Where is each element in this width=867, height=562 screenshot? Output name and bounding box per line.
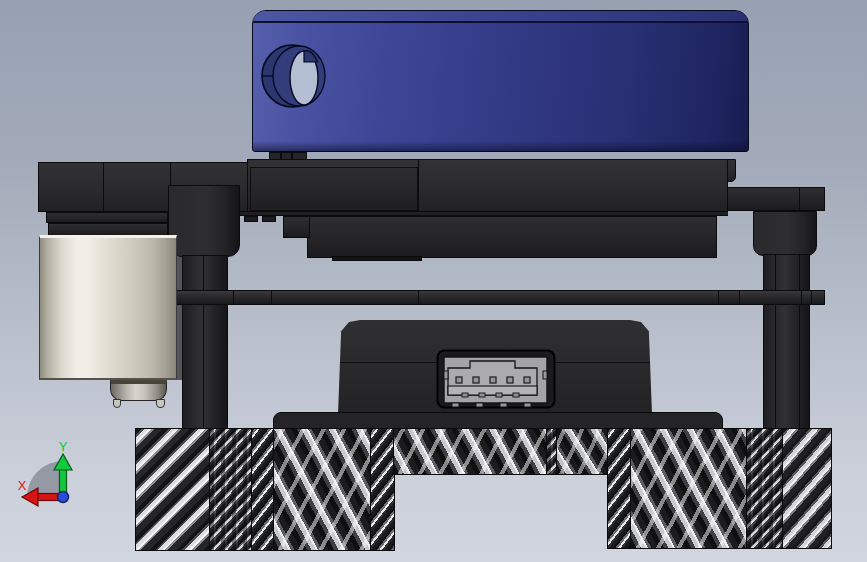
base-segment bbox=[209, 428, 253, 551]
post-seam bbox=[799, 255, 800, 428]
base-segment bbox=[556, 428, 609, 475]
base-segment bbox=[370, 428, 395, 551]
connector-pin bbox=[456, 377, 462, 383]
left-standoff-top[interactable] bbox=[168, 185, 240, 257]
triad-x-label: X bbox=[18, 478, 27, 493]
base-segment bbox=[251, 428, 275, 551]
panel-seam bbox=[799, 188, 800, 210]
right-arm[interactable] bbox=[725, 187, 825, 211]
connector-foot bbox=[452, 403, 459, 407]
bar-seam bbox=[271, 291, 272, 304]
base-segment bbox=[630, 428, 748, 549]
connector-slot bbox=[496, 393, 502, 397]
bar-seam bbox=[233, 291, 234, 304]
bar-seam bbox=[801, 291, 802, 304]
base-segment bbox=[393, 428, 548, 475]
triad-y-label: Y bbox=[59, 440, 68, 454]
rotor-top-tier[interactable] bbox=[247, 159, 728, 212]
base-segment bbox=[135, 428, 211, 551]
top-cover-bottom-shade bbox=[253, 141, 748, 151]
connector-latch-band bbox=[448, 386, 537, 395]
right-standoff-top[interactable] bbox=[753, 211, 817, 256]
optical-window[interactable] bbox=[252, 40, 336, 116]
connector-slot bbox=[462, 393, 468, 397]
motor-body[interactable] bbox=[39, 235, 177, 380]
base-plate[interactable] bbox=[135, 428, 830, 550]
hub-step-block bbox=[283, 216, 310, 238]
jst-connector[interactable] bbox=[436, 349, 556, 411]
bar-seam bbox=[739, 291, 740, 304]
rotor-lower-lip bbox=[332, 256, 422, 261]
post-seam bbox=[203, 256, 204, 428]
base-segment bbox=[273, 428, 372, 551]
connector-foot bbox=[524, 403, 531, 407]
base-segment bbox=[782, 428, 832, 549]
motor-pin bbox=[156, 399, 165, 408]
rotor-edge-step bbox=[727, 159, 736, 182]
bar-seam bbox=[418, 291, 419, 304]
top-cover-rim bbox=[253, 11, 748, 23]
connector-foot bbox=[500, 403, 507, 407]
connector-pin bbox=[507, 377, 513, 383]
housing-flange[interactable] bbox=[273, 412, 723, 429]
rotor-panel-inset bbox=[250, 167, 418, 211]
connector-pin bbox=[524, 377, 530, 383]
orientation-triad: Y X bbox=[6, 440, 130, 558]
rotor-lower-tier[interactable] bbox=[307, 216, 717, 258]
connector-slot bbox=[513, 393, 519, 397]
panel-seam bbox=[418, 160, 419, 211]
base-segment bbox=[746, 428, 784, 549]
post-seam bbox=[775, 255, 776, 428]
bar-seam bbox=[811, 291, 812, 304]
mounting-bar[interactable] bbox=[168, 290, 825, 305]
motor-pin bbox=[113, 399, 121, 408]
cad-viewport[interactable]: Y X bbox=[0, 0, 867, 562]
right-standoff-post[interactable] bbox=[763, 254, 810, 429]
screw-tab bbox=[262, 216, 276, 222]
base-segment bbox=[607, 428, 632, 549]
screw-tab bbox=[244, 216, 258, 222]
bar-seam bbox=[718, 291, 719, 304]
motor-end-cap bbox=[110, 380, 167, 401]
triad-origin-dot bbox=[58, 492, 69, 503]
panel-seam bbox=[103, 163, 104, 211]
connector-pin bbox=[490, 377, 496, 383]
connector-slot bbox=[479, 393, 485, 397]
connector-side-tab bbox=[543, 371, 547, 379]
left-standoff-post[interactable] bbox=[182, 255, 228, 429]
motor-ring-upper bbox=[46, 212, 168, 223]
connector-pin bbox=[473, 377, 479, 383]
connector-side-tab bbox=[444, 371, 448, 379]
connector-foot bbox=[476, 403, 483, 407]
